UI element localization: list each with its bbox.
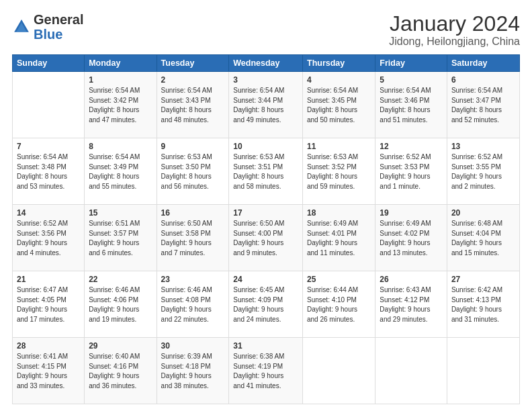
- calendar-title: January 2024: [389, 12, 520, 36]
- calendar-table: SundayMondayTuesdayWednesdayThursdayFrid…: [12, 54, 520, 404]
- day-detail: Sunrise: 6:50 AMSunset: 3:58 PMDaylight:…: [161, 219, 225, 258]
- calendar-cell: 10Sunrise: 6:53 AMSunset: 3:51 PMDayligh…: [229, 138, 303, 205]
- week-row-3: 21Sunrise: 6:47 AMSunset: 4:05 PMDayligh…: [13, 271, 520, 338]
- calendar-cell: 5Sunrise: 6:54 AMSunset: 3:46 PMDaylight…: [375, 72, 447, 138]
- calendar-cell: 13Sunrise: 6:52 AMSunset: 3:55 PMDayligh…: [447, 138, 519, 205]
- day-number: 27: [451, 275, 515, 284]
- calendar-cell: 21Sunrise: 6:47 AMSunset: 4:05 PMDayligh…: [13, 271, 85, 338]
- day-number: 29: [89, 341, 152, 351]
- day-number: 9: [161, 142, 225, 151]
- calendar-cell: 25Sunrise: 6:44 AMSunset: 4:10 PMDayligh…: [303, 271, 375, 338]
- calendar-cell: 23Sunrise: 6:46 AMSunset: 4:08 PMDayligh…: [157, 271, 229, 338]
- day-detail: Sunrise: 6:44 AMSunset: 4:10 PMDaylight:…: [307, 285, 371, 324]
- calendar-cell: 6Sunrise: 6:54 AMSunset: 3:47 PMDaylight…: [447, 72, 519, 138]
- calendar-cell: 20Sunrise: 6:48 AMSunset: 4:04 PMDayligh…: [447, 205, 519, 271]
- calendar-cell: [13, 72, 85, 138]
- calendar-cell: 28Sunrise: 6:41 AMSunset: 4:15 PMDayligh…: [13, 338, 85, 404]
- day-detail: Sunrise: 6:42 AMSunset: 4:13 PMDaylight:…: [451, 285, 515, 324]
- calendar-header: SundayMondayTuesdayWednesdayThursdayFrid…: [13, 55, 520, 72]
- logo-general-text: General: [34, 12, 83, 27]
- calendar-cell: 4Sunrise: 6:54 AMSunset: 3:45 PMDaylight…: [303, 72, 375, 138]
- calendar-cell: 16Sunrise: 6:50 AMSunset: 3:58 PMDayligh…: [157, 205, 229, 271]
- header-day-saturday: Saturday: [447, 55, 519, 72]
- day-number: 17: [233, 208, 298, 218]
- day-detail: Sunrise: 6:52 AMSunset: 3:56 PMDaylight:…: [17, 219, 80, 258]
- day-number: 4: [307, 75, 371, 85]
- day-detail: Sunrise: 6:46 AMSunset: 4:06 PMDaylight:…: [89, 285, 152, 324]
- header-day-tuesday: Tuesday: [157, 55, 229, 72]
- day-detail: Sunrise: 6:52 AMSunset: 3:55 PMDaylight:…: [451, 152, 515, 191]
- day-detail: Sunrise: 6:54 AMSunset: 3:45 PMDaylight:…: [307, 86, 371, 125]
- week-row-2: 14Sunrise: 6:52 AMSunset: 3:56 PMDayligh…: [13, 205, 520, 271]
- day-number: 19: [380, 208, 443, 218]
- logo-blue-text: Blue: [34, 27, 62, 42]
- calendar-cell: 7Sunrise: 6:54 AMSunset: 3:48 PMDaylight…: [13, 138, 85, 205]
- day-detail: Sunrise: 6:52 AMSunset: 3:53 PMDaylight:…: [380, 152, 443, 191]
- calendar-cell: 26Sunrise: 6:43 AMSunset: 4:12 PMDayligh…: [375, 271, 447, 338]
- calendar-cell: 2Sunrise: 6:54 AMSunset: 3:43 PMDaylight…: [157, 72, 229, 138]
- header-day-thursday: Thursday: [303, 55, 375, 72]
- day-detail: Sunrise: 6:54 AMSunset: 3:48 PMDaylight:…: [17, 152, 80, 191]
- calendar-subtitle: Jidong, Heilongjiang, China: [389, 36, 520, 48]
- day-detail: Sunrise: 6:54 AMSunset: 3:49 PMDaylight:…: [89, 152, 152, 191]
- day-number: 25: [307, 275, 371, 284]
- day-detail: Sunrise: 6:43 AMSunset: 4:12 PMDaylight:…: [380, 285, 443, 324]
- day-number: 26: [380, 275, 443, 284]
- day-detail: Sunrise: 6:54 AMSunset: 3:46 PMDaylight:…: [380, 86, 443, 125]
- day-number: 24: [233, 275, 298, 284]
- calendar-cell: 30Sunrise: 6:39 AMSunset: 4:18 PMDayligh…: [157, 338, 229, 404]
- day-detail: Sunrise: 6:53 AMSunset: 3:51 PMDaylight:…: [233, 152, 298, 191]
- day-detail: Sunrise: 6:49 AMSunset: 4:01 PMDaylight:…: [307, 219, 371, 258]
- day-number: 7: [17, 142, 80, 151]
- day-detail: Sunrise: 6:54 AMSunset: 3:42 PMDaylight:…: [89, 86, 152, 125]
- day-number: 3: [233, 75, 298, 85]
- day-detail: Sunrise: 6:38 AMSunset: 4:19 PMDaylight:…: [233, 352, 298, 391]
- week-row-4: 28Sunrise: 6:41 AMSunset: 4:15 PMDayligh…: [13, 338, 520, 404]
- week-row-0: 1Sunrise: 6:54 AMSunset: 3:42 PMDaylight…: [13, 72, 520, 138]
- day-number: 28: [17, 341, 80, 351]
- day-detail: Sunrise: 6:54 AMSunset: 3:44 PMDaylight:…: [233, 86, 298, 125]
- day-number: 2: [161, 75, 225, 85]
- day-number: 8: [89, 142, 152, 151]
- day-number: 22: [89, 275, 152, 284]
- calendar-cell: 22Sunrise: 6:46 AMSunset: 4:06 PMDayligh…: [85, 271, 157, 338]
- page: General Blue January 2024 Jidong, Heilon…: [0, 0, 532, 411]
- day-detail: Sunrise: 6:50 AMSunset: 4:00 PMDaylight:…: [233, 219, 298, 258]
- day-number: 20: [451, 208, 515, 218]
- calendar-cell: 9Sunrise: 6:53 AMSunset: 3:50 PMDaylight…: [157, 138, 229, 205]
- header-day-sunday: Sunday: [13, 55, 85, 72]
- calendar-body: 1Sunrise: 6:54 AMSunset: 3:42 PMDaylight…: [13, 72, 520, 404]
- header-day-friday: Friday: [375, 55, 447, 72]
- day-detail: Sunrise: 6:53 AMSunset: 3:52 PMDaylight:…: [307, 152, 371, 191]
- title-block: January 2024 Jidong, Heilongjiang, China: [389, 12, 520, 48]
- day-number: 23: [161, 275, 225, 284]
- calendar-cell: [375, 338, 447, 404]
- calendar-cell: [303, 338, 375, 404]
- calendar-cell: 17Sunrise: 6:50 AMSunset: 4:00 PMDayligh…: [229, 205, 303, 271]
- day-number: 15: [89, 208, 152, 218]
- calendar-cell: 31Sunrise: 6:38 AMSunset: 4:19 PMDayligh…: [229, 338, 303, 404]
- day-detail: Sunrise: 6:45 AMSunset: 4:09 PMDaylight:…: [233, 285, 298, 324]
- logo: General Blue: [12, 12, 83, 42]
- day-detail: Sunrise: 6:53 AMSunset: 3:50 PMDaylight:…: [161, 152, 225, 191]
- day-number: 1: [89, 75, 152, 85]
- day-number: 18: [307, 208, 371, 218]
- day-number: 10: [233, 142, 298, 151]
- header-day-wednesday: Wednesday: [229, 55, 303, 72]
- day-detail: Sunrise: 6:54 AMSunset: 3:47 PMDaylight:…: [451, 86, 515, 125]
- day-number: 5: [380, 75, 443, 85]
- day-detail: Sunrise: 6:48 AMSunset: 4:04 PMDaylight:…: [451, 219, 515, 258]
- calendar-cell: 18Sunrise: 6:49 AMSunset: 4:01 PMDayligh…: [303, 205, 375, 271]
- header-day-monday: Monday: [85, 55, 157, 72]
- day-detail: Sunrise: 6:47 AMSunset: 4:05 PMDaylight:…: [17, 285, 80, 324]
- day-detail: Sunrise: 6:49 AMSunset: 4:02 PMDaylight:…: [380, 219, 443, 258]
- day-number: 11: [307, 142, 371, 151]
- calendar-cell: 29Sunrise: 6:40 AMSunset: 4:16 PMDayligh…: [85, 338, 157, 404]
- day-number: 6: [451, 75, 515, 85]
- day-number: 12: [380, 142, 443, 151]
- header: General Blue January 2024 Jidong, Heilon…: [12, 12, 520, 48]
- day-detail: Sunrise: 6:51 AMSunset: 3:57 PMDaylight:…: [89, 219, 152, 258]
- day-number: 16: [161, 208, 225, 218]
- day-number: 30: [161, 341, 225, 351]
- day-detail: Sunrise: 6:40 AMSunset: 4:16 PMDaylight:…: [89, 352, 152, 391]
